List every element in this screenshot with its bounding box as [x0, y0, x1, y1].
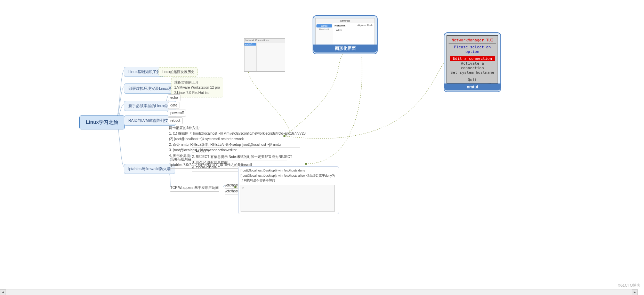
policy-l1: 1. ACCEPT — [192, 149, 300, 154]
gui-wired: Wired — [336, 29, 342, 31]
note-history: Linux的起源发展历史 — [159, 67, 198, 77]
scroll-left-button[interactable]: ◄ — [0, 289, 6, 295]
netcfg-l3: 2. 命令 nmtui RHEL7版本, RHEL5/6 命令setup [ro… — [169, 142, 287, 148]
tui-opt-hostname[interactable]: Set system hostname — [450, 70, 495, 75]
cmd-date: date — [168, 102, 179, 109]
tui-opt-activate[interactable]: Activate a connection — [450, 61, 495, 70]
group-nmtui: NetworkManager TUI Please select an opti… — [444, 32, 501, 92]
watermark: ©51CTO博客 — [618, 283, 641, 288]
cmd-echo: echo — [168, 94, 180, 101]
horizontal-scrollbar[interactable]: ◄ ► — [0, 289, 638, 295]
tui-window: NetworkManager TUI Please select an opti… — [446, 35, 498, 84]
hosts-l1: [root@localhost Desktop]# vim /etc/hosts… — [241, 169, 337, 172]
mindmap-canvas[interactable]: Linux学习之旅 Linux基础知识了解 部署虚拟环境安装Linux系统 新手… — [0, 0, 644, 248]
cmd-reboot: reboot — [168, 117, 183, 124]
netcfg-title: 网卡配置的4种方法: — [169, 125, 287, 131]
tui-quit[interactable]: Quit — [450, 78, 495, 82]
hosts-block: [root@localhost Desktop]# vim /etc/hosts… — [238, 166, 339, 214]
scroll-right-button[interactable]: ► — [632, 289, 638, 295]
netcfg-l2: (2) [root@localhost ~]# systemctl restar… — [169, 136, 287, 142]
policy-l2: 2. REJECT 有信息提示 Note:考试的时候一定要配置成为REJECT — [192, 154, 300, 160]
scroll-track[interactable] — [6, 289, 632, 295]
cmd-list: echo date poweroff reboot — [168, 94, 186, 125]
gui-settings-window: Settings Wired Bluetooth Network Airplan… — [315, 18, 375, 47]
root-node[interactable]: Linux学习之旅 — [79, 115, 125, 129]
tui-prompt: Please select an option — [450, 45, 495, 54]
tcpw-label: TCP Wrappers 基于应用层访问 — [170, 185, 219, 192]
tui-title: NetworkManager TUI — [449, 37, 496, 43]
group-gui-caption: 图形化界面 — [313, 45, 377, 53]
thumb-nm-editor: Network Connections eno167... — [244, 38, 285, 72]
netcfg-l1: 1. (1) 编辑网卡 [root@localhost ~]# vim /etc… — [169, 131, 287, 136]
note-tools-title: 准备需要的工具 — [174, 80, 199, 84]
gui-side-wired: Wired — [316, 24, 332, 27]
branch-firewall[interactable]: iptables与firewalld防火墙 — [124, 164, 175, 174]
note-tools-l1: 1.VMware Workstation 12 pro — [174, 86, 220, 89]
gui-tab: Network — [335, 24, 346, 27]
gui-title: Settings — [316, 18, 375, 23]
tui-opt-edit[interactable]: Edit a connection — [450, 56, 495, 61]
hosts-l2: [root@localhost Desktop]# vim /etc/hosts… — [241, 174, 337, 183]
cmd-poweroff: poweroff — [168, 110, 186, 117]
gui-airplane: Airplane Mode — [357, 24, 373, 26]
group-nmtui-caption: nmtui — [444, 83, 500, 90]
group-gui: Settings Wired Bluetooth Network Airplan… — [313, 15, 378, 54]
